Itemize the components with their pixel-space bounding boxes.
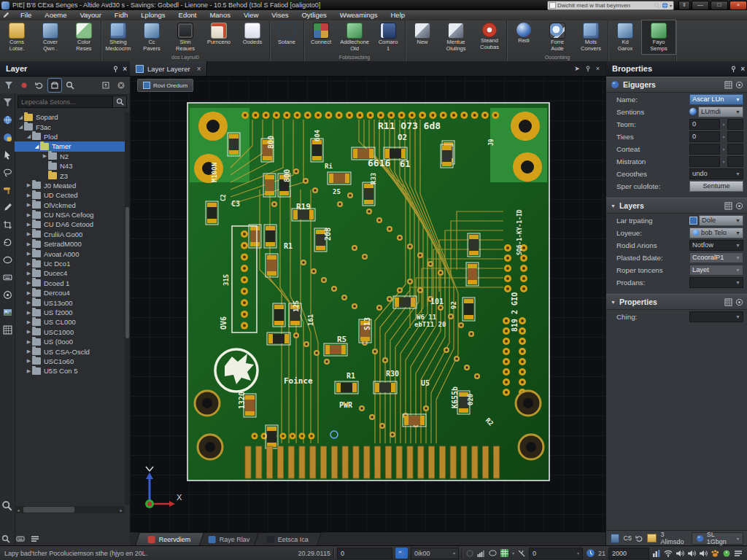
toolbar-button-mentue-olulings[interactable]: Mentue Olulings <box>439 20 473 54</box>
menu-item-wweamings[interactable]: Wweamings <box>333 10 384 20</box>
tree-item-tamer[interactable]: ◢Tamer <box>15 141 125 151</box>
close-icon[interactable]: × <box>596 65 600 72</box>
tree-item-cu-da6-cetood[interactable]: ▶CU DA6 Cetood <box>15 219 125 229</box>
menu-item-vayour[interactable]: Vayour <box>73 10 107 20</box>
secondary-input[interactable] <box>727 131 743 142</box>
toolbar-button-corns-lotse.[interactable]: Corns Lotse. <box>0 20 34 54</box>
toolbar-button-cc-pavers[interactable]: Cc Pavers <box>135 20 169 54</box>
bell-icon[interactable] <box>489 549 497 557</box>
tree-vertical-scrollbar[interactable] <box>125 112 130 505</box>
document-tab[interactable]: Layer Layerer × <box>130 61 207 76</box>
keyboard-icon[interactable] <box>3 273 12 282</box>
value-input[interactable] <box>689 156 720 167</box>
tree-item-j0-meated[interactable]: ▶J0 Meated <box>15 181 125 190</box>
secondary-input[interactable] <box>727 119 743 130</box>
wifi-icon[interactable] <box>664 549 673 558</box>
lasso-icon[interactable] <box>3 168 12 177</box>
tree-item-dcoed-1[interactable]: ▶Dcoed 1 <box>15 279 125 288</box>
slider-knob[interactable] <box>689 108 697 115</box>
grid-toggle-icon[interactable] <box>500 548 509 558</box>
tree-expand-icon[interactable]: ▶ <box>26 271 32 276</box>
globe-blue-icon[interactable] <box>3 115 12 125</box>
toolbar-button-redi[interactable]: Redi <box>507 20 541 54</box>
tree-horizontal-scrollbar[interactable]: ◂ ▸ <box>15 506 125 513</box>
tree-item-us-(0oo0[interactable]: ▶US (0oo0 <box>15 337 125 346</box>
value-dropdown[interactable]: bob Telo▼ <box>689 228 743 238</box>
toolbar-button-oodeds[interactable]: Oodeds <box>236 20 269 54</box>
bottom-tab-eetsca-ica[interactable]: Eetsca Ica <box>254 532 322 545</box>
tree-expand-icon[interactable]: ▶ <box>26 310 32 316</box>
tree-item-us-cl000[interactable]: ▶US CL000 <box>15 317 125 327</box>
toolbar-button-forre-aude[interactable]: Forre Aude <box>541 20 574 54</box>
tree-item-f3ac[interactable]: ◢F3ac <box>15 122 125 131</box>
pin-icon[interactable] <box>729 65 738 73</box>
secondary-input[interactable] <box>727 144 743 155</box>
undo-icon[interactable] <box>33 79 46 92</box>
tree-expand-icon[interactable]: ▶ <box>26 290 32 296</box>
zoom-icon[interactable] <box>1 500 12 511</box>
tree-expand-icon[interactable]: ▶ <box>26 358 32 364</box>
globe-gold-icon[interactable] <box>3 133 12 142</box>
toolbar-button-sotane[interactable]: Sotane <box>270 20 303 54</box>
tree-item-ducec4[interactable]: ▶Ducec4 <box>15 268 125 278</box>
toolbar-button-mots-convers[interactable]: Mots Convers <box>574 20 608 54</box>
speaker-icon[interactable] <box>676 549 684 558</box>
record-icon[interactable] <box>18 79 31 92</box>
value-dropdown[interactable]: ▼ <box>689 277 743 288</box>
spinner-icon[interactable]: ▾ <box>720 122 727 127</box>
tree-expand-icon[interactable]: ▶ <box>26 192 32 198</box>
tree-expand-icon[interactable]: ▶ <box>26 280 32 286</box>
action-button[interactable]: Sentume <box>689 181 743 192</box>
value-dropdown[interactable]: Notfow▼ <box>689 240 743 251</box>
status-dot-icon[interactable] <box>722 549 731 558</box>
toolbar-button-steand-coubas[interactable]: Steand Coubas <box>473 20 506 54</box>
tree-item-us-f2000[interactable]: ▶US f2000 <box>15 308 125 317</box>
menu-item-edont[interactable]: Edont <box>172 10 204 20</box>
toolbar-button-cover-qwn-.[interactable]: Cover Qwn . <box>34 20 67 54</box>
layer-search-button[interactable] <box>113 96 127 108</box>
hammer-icon[interactable] <box>3 185 12 195</box>
pin-icon[interactable] <box>112 65 120 73</box>
tree-expand-icon[interactable]: ▶ <box>26 212 32 218</box>
section-header-properties[interactable]: ▼Properties <box>606 294 747 310</box>
collapse-icon[interactable]: ▼ <box>611 300 616 305</box>
target-icon[interactable] <box>735 81 743 89</box>
spinner-icon[interactable]: ▾ <box>720 159 727 164</box>
tree-expand-icon[interactable]: ▶ <box>26 329 32 335</box>
add-grid-icon[interactable] <box>724 298 732 306</box>
value-input[interactable] <box>689 144 720 155</box>
tree-item-setradm000[interactable]: ▶SetradM000 <box>15 239 125 249</box>
upload-icon[interactable] <box>99 79 112 92</box>
bottom-tab-raye-rlav[interactable]: Raye Rlav <box>196 532 263 545</box>
swatch-icon[interactable] <box>611 534 619 543</box>
maximize-button[interactable]: □ <box>711 1 728 10</box>
tree-item-cu-nsa-cefoog[interactable]: ▶CU NSA Cefoog <box>15 210 125 219</box>
toolbar-button-comaro-1[interactable]: Comaro 1 <box>371 20 405 54</box>
menu-item-help[interactable]: Help <box>384 10 412 20</box>
toolbar-button-addlechone-old[interactable]: Addlechone Old <box>338 20 371 54</box>
close-circle-icon[interactable] <box>115 79 128 92</box>
crop-icon[interactable] <box>3 220 12 230</box>
value-dropdown[interactable]: undo▼ <box>689 168 743 179</box>
volume2-icon[interactable] <box>699 549 708 558</box>
units-dropdown[interactable]: 0ik00▾ <box>411 548 459 559</box>
search-icon[interactable] <box>654 2 660 9</box>
grid-input[interactable]: 0 <box>337 548 392 559</box>
chevron-down-icon[interactable]: ▾ <box>512 551 514 556</box>
tree-item-usc1000[interactable]: ▶USC1000 <box>15 327 125 337</box>
tree-expand-icon[interactable]: ▶ <box>42 153 48 159</box>
value-input[interactable]: 0 <box>689 131 720 142</box>
rotate-icon[interactable] <box>3 238 12 247</box>
menu-item-file[interactable]: File <box>14 10 38 20</box>
title-search-box[interactable]: Dwchit med w that beymven ▾ <box>547 1 674 10</box>
tree-expand-icon[interactable]: ▶ <box>26 368 32 374</box>
toolbar-button-kd-garox[interactable]: Kd Garox <box>608 20 642 54</box>
tree-item-usc1o60[interactable]: ▶USC1o60 <box>15 357 125 366</box>
folder-icon[interactable] <box>647 534 657 542</box>
angle-input[interactable]: 0▾ <box>529 548 583 559</box>
tree-expand-icon[interactable]: ▶ <box>26 339 32 345</box>
tree-item-us13o00[interactable]: ▶US13o00 <box>15 298 125 307</box>
tray-list-icon[interactable] <box>734 549 743 558</box>
pages-icon[interactable] <box>31 534 39 543</box>
close-icon[interactable]: × <box>123 65 127 73</box>
